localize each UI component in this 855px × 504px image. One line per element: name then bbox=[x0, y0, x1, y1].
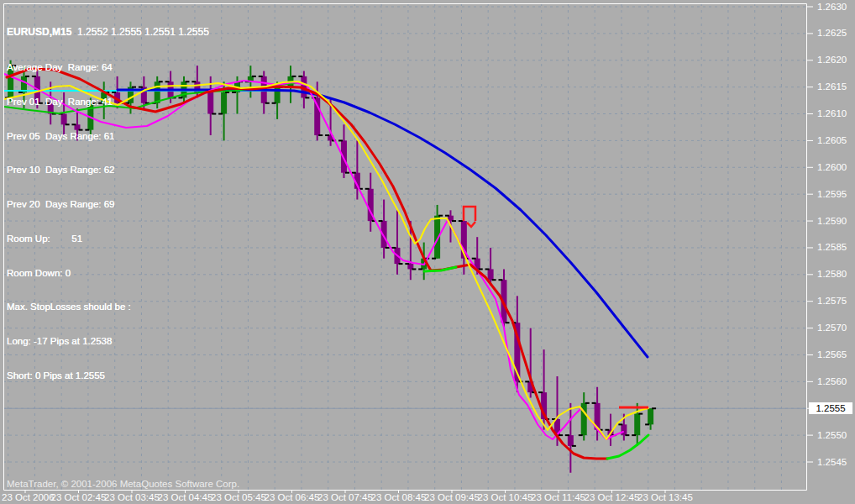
price-tick-label: 1.2595 bbox=[817, 189, 847, 199]
time-tick-label: 23 Oct 03:45 bbox=[104, 492, 160, 502]
time-tick-label: 23 Oct 11:45 bbox=[531, 492, 585, 502]
info-line-room-up: Room Up: 51 bbox=[7, 234, 209, 245]
candle bbox=[391, 210, 402, 275]
price-tick-label: 1.2560 bbox=[817, 376, 847, 386]
current-price-label: 1.2555 bbox=[809, 402, 852, 414]
chart-title: EURUSD,M15 1.2552 1.2555 1.2551 1.2555 bbox=[7, 27, 209, 39]
price-tick-label: 1.2550 bbox=[817, 430, 847, 440]
symbol-timeframe: EURUSD,M15 bbox=[7, 26, 71, 38]
info-line-long-stop: Long: -17 Pips at 1.2538 bbox=[7, 336, 209, 348]
price-tick-label: 1.2590 bbox=[817, 216, 847, 226]
price-tick-label: 1.2575 bbox=[817, 296, 847, 306]
price-tick-label: 1.2630 bbox=[817, 2, 847, 12]
ma-red-up-segment-end bbox=[607, 435, 648, 459]
ohlc-readout: 1.2552 1.2555 1.2551 1.2555 bbox=[71, 26, 208, 38]
info-line-short-stop: Short: 0 Pips at 1.2555 bbox=[7, 370, 209, 382]
price-tick-label: 1.2600 bbox=[817, 162, 847, 172]
time-tick-label: 23 Oct 09:45 bbox=[424, 492, 480, 502]
current-price-value: 1.2555 bbox=[816, 403, 845, 413]
candle bbox=[605, 414, 616, 446]
chart-info-overlay: EURUSD,M15 1.2552 1.2555 1.2551 1.2555 A… bbox=[7, 4, 209, 405]
info-line-avg-day-range: Average Day Range: 64 bbox=[7, 62, 209, 74]
time-tick-label: 23 Oct 13:45 bbox=[637, 492, 693, 502]
price-tick-label: 1.2570 bbox=[817, 323, 847, 333]
price-tick-label: 1.2625 bbox=[817, 28, 847, 38]
info-line-prev10-range: Prev 10 Days Range: 62 bbox=[7, 165, 209, 176]
candle bbox=[365, 173, 376, 232]
time-tick-label: 23 Oct 06:45 bbox=[265, 492, 320, 502]
price-tick-label: 1.2620 bbox=[817, 55, 847, 65]
candle bbox=[259, 71, 270, 114]
price-tick-label: 1.2585 bbox=[817, 242, 847, 252]
mt4-chart-window: EURUSD,M15 1.2552 1.2555 1.2551 1.2555 A… bbox=[0, 0, 855, 504]
time-tick-label: 23 Oct 02:45 bbox=[51, 492, 107, 502]
time-tick-label: 23 Oct 10:45 bbox=[478, 492, 533, 502]
time-tick-label: 23 Oct 2006 bbox=[2, 492, 55, 502]
info-line-prev01-range: Prev 01 Day Range: 41 bbox=[7, 97, 209, 108]
price-tick-label: 1.2565 bbox=[817, 349, 847, 360]
info-line-room-down: Room Down: 0 bbox=[7, 268, 209, 280]
time-tick-label: 23 Oct 08:45 bbox=[371, 492, 427, 502]
info-line-max-stoplosses: Max. StopLosses should be : bbox=[7, 302, 209, 313]
candle bbox=[645, 408, 656, 430]
price-tick-label: 1.2545 bbox=[817, 457, 847, 467]
info-line-prev20-range: Prev 20 Days Range: 69 bbox=[7, 199, 209, 211]
price-tick-label: 1.2605 bbox=[817, 135, 847, 145]
info-line-prev05-range: Prev 05 Days Range: 61 bbox=[7, 131, 209, 143]
watermark: MetaTrader, © 2001-2006 MetaQuotes Softw… bbox=[7, 479, 239, 489]
candle bbox=[352, 140, 363, 199]
price-tick-label: 1.2610 bbox=[817, 108, 847, 118]
price-tick-label: 1.2580 bbox=[817, 269, 847, 279]
candle bbox=[538, 349, 549, 430]
time-tick-label: 23 Oct 04:45 bbox=[158, 492, 213, 502]
time-tick-label: 23 Oct 12:45 bbox=[585, 492, 640, 502]
time-tick-label: 23 Oct 07:45 bbox=[317, 492, 373, 502]
price-tick-label: 1.2615 bbox=[817, 81, 847, 92]
time-tick-label: 23 Oct 05:45 bbox=[211, 492, 266, 502]
